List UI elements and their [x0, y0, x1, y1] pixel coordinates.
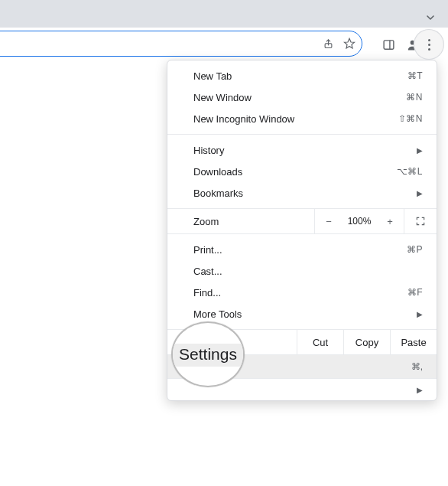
zoom-in-button[interactable]: +	[376, 209, 404, 233]
edit-paste-button[interactable]: Paste	[390, 330, 437, 354]
menu-label: Help	[193, 384, 417, 396]
menu-label: History	[193, 145, 417, 156]
menu-item-new-window[interactable]: New Window ⌘N	[167, 86, 437, 108]
submenu-arrow-icon: ▶	[417, 189, 423, 197]
lens-text: Settings	[179, 345, 237, 364]
tabs-dropdown-button[interactable]	[424, 11, 437, 24]
menu-label: Print...	[193, 244, 407, 256]
menu-label: More Tools	[193, 308, 417, 320]
menu-item-cast[interactable]: Cast...	[167, 260, 437, 282]
menu-shortcut: ⌥⌘L	[397, 166, 423, 177]
menu-label: New Tab	[193, 70, 407, 82]
address-bar[interactable]	[0, 31, 362, 57]
menu-item-find[interactable]: Find... ⌘F	[167, 282, 437, 303]
bookmark-star-icon[interactable]	[343, 38, 355, 50]
menu-shortcut: ⌘N	[406, 92, 423, 103]
menu-label: Downloads	[193, 166, 397, 178]
menu-item-print[interactable]: Print... ⌘P	[167, 239, 437, 260]
menu-label: New Incognito Window	[193, 113, 398, 125]
side-panel-icon[interactable]	[382, 38, 395, 51]
menu-shortcut: ⌘P	[407, 244, 423, 255]
edit-label: Cut	[313, 337, 328, 348]
more-menu-button[interactable]	[414, 29, 444, 60]
menu-item-bookmarks[interactable]: Bookmarks ▶	[167, 182, 437, 204]
fullscreen-button[interactable]	[404, 209, 437, 233]
more-vertical-icon	[428, 39, 430, 51]
tab-strip	[0, 0, 448, 28]
menu-label: Zoom	[193, 216, 314, 227]
share-icon[interactable]	[323, 38, 334, 50]
submenu-arrow-icon: ▶	[417, 386, 423, 394]
menu-item-new-incognito[interactable]: New Incognito Window ⇧⌘N	[167, 108, 437, 129]
submenu-arrow-icon: ▶	[417, 146, 423, 155]
zoom-value: 100%	[342, 209, 376, 233]
submenu-arrow-icon: ▶	[417, 310, 423, 318]
menu-label: Find...	[193, 287, 407, 298]
menu-item-downloads[interactable]: Downloads ⌥⌘L	[167, 161, 437, 182]
menu-label: Cast...	[193, 266, 423, 277]
menu-shortcut: ⌘,	[411, 361, 423, 372]
edit-label: Copy	[355, 337, 378, 348]
edit-label: Paste	[401, 337, 426, 348]
svg-marker-1	[344, 38, 354, 48]
zoom-lens-callout: Settings	[171, 321, 245, 387]
menu-label: Bookmarks	[193, 188, 417, 199]
menu-shortcut: ⌘F	[407, 287, 423, 298]
edit-copy-button[interactable]: Copy	[343, 330, 390, 354]
menu-item-zoom: Zoom − 100% +	[167, 209, 437, 233]
menu-shortcut: ⌘T	[407, 70, 423, 81]
menu-item-history[interactable]: History ▶	[167, 139, 437, 161]
menu-label: New Window	[193, 92, 406, 103]
zoom-out-button[interactable]: −	[315, 209, 342, 233]
menu-shortcut: ⇧⌘N	[398, 113, 423, 124]
menu-item-new-tab[interactable]: New Tab ⌘T	[167, 65, 437, 86]
svg-rect-2	[384, 40, 394, 48]
edit-cut-button[interactable]: Cut	[297, 330, 343, 354]
toolbar	[0, 28, 448, 62]
